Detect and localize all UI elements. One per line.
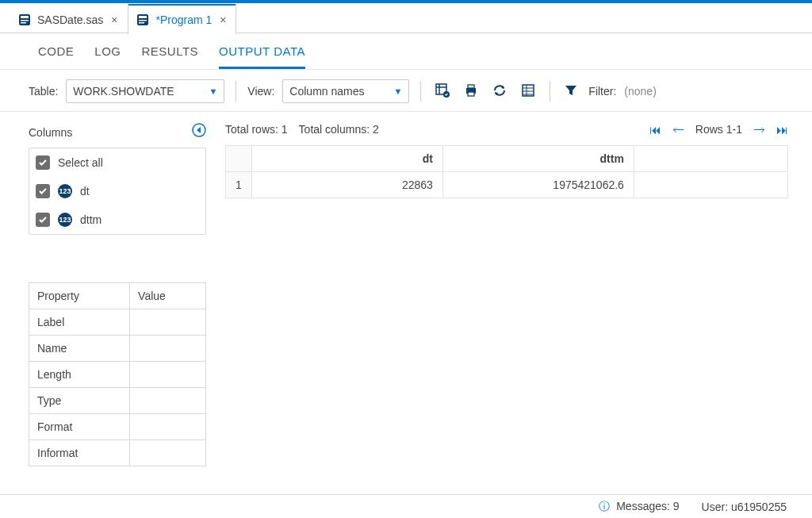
tab-results[interactable]: RESULTS xyxy=(142,44,199,69)
columns-sidebar: Columns Select all 123 dt 123 dttm Prope… xyxy=(0,112,216,494)
rows-range: Rows 1-1 xyxy=(695,123,742,136)
checkbox-icon[interactable] xyxy=(36,155,50,170)
messages-link[interactable]: ⓘ Messages: 9 xyxy=(599,500,679,514)
table-row[interactable]: 1 22863 1975421062.6 xyxy=(226,172,788,198)
numeric-type-icon: 123 xyxy=(58,213,72,227)
property-table: PropertyValue Label Name Length Type For… xyxy=(29,282,206,466)
column-item-dt[interactable]: 123 dt xyxy=(29,177,205,205)
column-details-icon[interactable] xyxy=(518,82,538,102)
checkbox-icon[interactable] xyxy=(36,184,50,198)
messages-label: Messages: xyxy=(616,500,670,512)
column-name: dttm xyxy=(80,213,102,226)
inner-tab-bar: CODE LOG RESULTS OUTPUT DATA xyxy=(0,33,812,70)
print-icon[interactable] xyxy=(461,82,481,102)
view-label: View: xyxy=(247,85,274,98)
prop-row: Type xyxy=(29,388,206,414)
data-table: dt dttm 1 22863 1975421062.6 xyxy=(225,145,788,198)
chevron-down-icon: ▼ xyxy=(393,86,402,96)
prop-row: Format xyxy=(29,414,206,440)
prop-header-key: Property xyxy=(29,283,130,309)
user-value: u61950255 xyxy=(731,501,787,513)
col-header-dt[interactable]: dt xyxy=(251,146,442,172)
view-select[interactable]: Column names ▼ xyxy=(282,79,409,103)
prev-page-icon[interactable]: 🡐 xyxy=(672,123,684,136)
content-area: Columns Select all 123 dt 123 dttm Prope… xyxy=(0,112,812,494)
view-select-value: Column names xyxy=(289,85,364,98)
svg-marker-23 xyxy=(197,127,201,133)
first-page-icon[interactable]: ⏮ xyxy=(649,123,661,136)
close-icon[interactable]: × xyxy=(109,13,119,26)
table-options-icon[interactable] xyxy=(432,82,453,102)
funnel-icon[interactable] xyxy=(561,82,580,101)
file-tab-sasdate[interactable]: SASDate.sas × xyxy=(10,4,128,34)
table-select[interactable]: WORK.SHOWDATE ▼ xyxy=(66,79,224,103)
messages-count: 9 xyxy=(673,500,680,512)
cell-empty xyxy=(634,172,787,198)
prop-row: Informat xyxy=(29,440,206,466)
last-page-icon[interactable]: ⏭ xyxy=(776,123,788,136)
column-name: dt xyxy=(80,185,90,198)
file-tab-program1[interactable]: *Program 1 × xyxy=(128,4,236,34)
col-header-empty xyxy=(634,146,787,172)
cell-dt: 22863 xyxy=(251,172,442,198)
tab-output-data[interactable]: OUTPUT DATA xyxy=(219,44,305,69)
select-all-row[interactable]: Select all xyxy=(29,148,205,177)
svg-rect-1 xyxy=(21,16,29,18)
numeric-type-icon: 123 xyxy=(58,184,72,198)
collapse-icon[interactable] xyxy=(192,123,206,141)
prop-row: Length xyxy=(29,362,206,388)
refresh-icon[interactable] xyxy=(489,82,510,102)
data-area: Total rows: 1 Total columns: 2 ⏮ 🡐 Rows … xyxy=(216,112,812,494)
divider xyxy=(420,81,421,102)
svg-rect-13 xyxy=(468,85,474,88)
table-select-value: WORK.SHOWDATE xyxy=(73,85,174,98)
user-label: User: xyxy=(702,501,728,513)
divider xyxy=(550,81,550,102)
select-all-label: Select all xyxy=(58,156,103,169)
column-item-dttm[interactable]: 123 dttm xyxy=(29,205,205,234)
user-info: User: u61950255 xyxy=(702,501,787,513)
status-bar: ⓘ Messages: 9 User: u61950255 xyxy=(0,494,812,518)
svg-rect-7 xyxy=(139,22,144,24)
total-columns: Total columns: 2 xyxy=(299,123,379,136)
table-label: Table: xyxy=(29,85,58,98)
toolbar: Table: WORK.SHOWDATE ▼ View: Column name… xyxy=(0,70,812,112)
file-tab-label: *Program 1 xyxy=(155,13,212,26)
svg-rect-2 xyxy=(21,20,29,21)
svg-rect-5 xyxy=(139,16,147,18)
file-tab-bar: SASDate.sas × *Program 1 × xyxy=(0,3,812,33)
divider xyxy=(236,81,236,102)
tab-code[interactable]: CODE xyxy=(38,44,74,69)
column-list: Select all 123 dt 123 dttm xyxy=(29,148,206,235)
filter-label: Filter: xyxy=(588,85,616,98)
info-icon: ⓘ xyxy=(599,500,610,512)
svg-rect-3 xyxy=(21,22,26,24)
svg-rect-6 xyxy=(139,20,147,21)
rownum-header xyxy=(226,146,252,172)
svg-rect-14 xyxy=(468,92,474,96)
row-index: 1 xyxy=(226,172,252,198)
checkbox-icon[interactable] xyxy=(36,213,50,227)
program-icon xyxy=(18,13,31,26)
prop-row: Label xyxy=(29,309,206,336)
next-page-icon[interactable]: 🡒 xyxy=(753,123,765,136)
cell-dttm: 1975421062.6 xyxy=(442,172,634,198)
chevron-down-icon: ▼ xyxy=(209,86,217,96)
close-icon[interactable]: × xyxy=(218,13,228,26)
col-header-dttm[interactable]: dttm xyxy=(442,146,634,172)
columns-heading: Columns xyxy=(29,126,72,139)
prop-header-val: Value xyxy=(130,283,206,309)
program-icon xyxy=(136,13,149,26)
filter-value: (none) xyxy=(624,85,656,98)
pager: ⏮ 🡐 Rows 1-1 🡒 ⏭ xyxy=(649,123,788,136)
total-rows: Total rows: 1 xyxy=(225,123,288,136)
file-tab-label: SASDate.sas xyxy=(37,13,103,26)
prop-row: Name xyxy=(29,336,206,362)
tab-log[interactable]: LOG xyxy=(94,44,121,69)
